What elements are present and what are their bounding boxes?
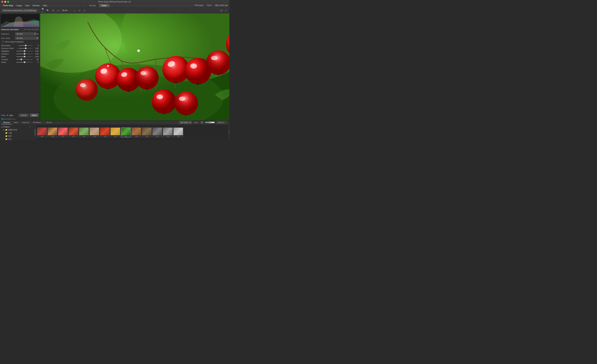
contrast-track[interactable] [16, 59, 33, 60]
cancel-button[interactable]: Cancel [19, 114, 29, 117]
menu-photo-ninja[interactable]: Photo Ninja [2, 4, 15, 7]
left-panel: Exposure and detail f/? 7 sec +0.0 ISO? … [0, 13, 40, 120]
thumbnail-13[interactable]: .jpg [173, 128, 183, 137]
slider-shadows: Shadows 0.00 [1, 53, 39, 55]
thumbnail-10[interactable]: .jpg [142, 128, 152, 137]
illumination-value: 0 [33, 45, 39, 46]
svg-point-12 [127, 90, 129, 92]
bottom-panel: Browser Inbox Open [1] Rendered Recent B… [0, 120, 229, 140]
filename-display[interactable]: Fruit-red-currants-berries_5120x2880.jpg [2, 9, 38, 12]
illumination-track[interactable] [19, 45, 33, 46]
tab-browser-bottom[interactable]: Browser [1, 121, 12, 124]
highlights-label: Highlights [1, 50, 16, 52]
exposure-arrow[interactable]: ▶ [37, 33, 39, 35]
thumbnail-8[interactable]: .jpg [121, 128, 131, 137]
thumbnail-9[interactable]: .jpg [131, 128, 141, 137]
sort-select[interactable]: By name [179, 121, 192, 124]
options-button[interactable]: Options... [216, 121, 227, 124]
layout-icon[interactable]: ⊡ [220, 9, 223, 12]
detail-value: 0 [33, 61, 39, 63]
thumbnail-strip[interactable]: .jpg.jpg.jpg.jpg.jpg.jpg.jpg.jpg.jpg.jpg… [36, 125, 228, 140]
news-link[interactable]: News [207, 4, 212, 7]
thumbnail-7[interactable]: .jpg [110, 128, 120, 137]
menu-window[interactable]: Window [31, 4, 41, 7]
zoom-out-icon[interactable]: 🔍− [47, 9, 50, 12]
shadows-track[interactable] [16, 54, 33, 54]
illumination-icon[interactable]: ↔ [16, 45, 18, 46]
folder-gift[interactable]: 📁 礼礼 [0, 138, 34, 140]
menu-help[interactable]: Help [42, 4, 48, 7]
next-arrow[interactable]: ▶ [11, 114, 13, 116]
folders-add-icon[interactable]: + [32, 126, 33, 128]
thumbnail-4[interactable]: .jpg [79, 128, 89, 137]
sync-button[interactable]: Sync [193, 121, 199, 124]
sync-icon[interactable]: ↻ [200, 121, 204, 124]
exposure-offset-icon[interactable]: ↔ [16, 47, 18, 49]
undo-icon[interactable]: ↩ [78, 9, 81, 12]
messages-link[interactable]: Messages [195, 4, 204, 7]
redo-icon[interactable]: ↪ [83, 9, 86, 12]
scroll-thumb[interactable] [35, 129, 35, 136]
zoom-level: 58.6% [61, 9, 69, 12]
folder-city[interactable]: 📁 城市 [0, 135, 34, 138]
thumb-label-7: .jpg [110, 135, 120, 137]
zoom-in-icon[interactable]: 🔍+ [42, 9, 45, 12]
svg-point-32 [185, 114, 187, 116]
tab-editor[interactable]: Editor [99, 4, 109, 7]
show-clipped-checkbox[interactable] [2, 41, 4, 43]
folder-new[interactable]: ▶ 📁 新建文件夹 [0, 128, 34, 131]
menu-image[interactable]: Image [15, 4, 23, 7]
tab-browser[interactable]: Browser [86, 4, 99, 7]
detail-track[interactable] [16, 62, 33, 62]
resize-icon [229, 131, 229, 134]
show-clipped-row[interactable]: Show clipped highlights [1, 41, 39, 43]
nav-icon[interactable]: ⊕ [6, 114, 8, 116]
zoom-fit-icon[interactable]: ⊞ [51, 9, 55, 12]
exposure-offset-track[interactable] [19, 48, 33, 49]
resize-handle[interactable] [228, 125, 229, 140]
thumbnail-5[interactable]: .jpg [89, 128, 99, 137]
maximize-button[interactable] [7, 1, 9, 3]
menu-view[interactable]: View [24, 4, 31, 7]
minimize-button[interactable] [4, 1, 6, 3]
slider-illumination: Illumination ↔ 0 [1, 45, 39, 46]
highlights-track[interactable] [16, 51, 33, 51]
thumbnail-3[interactable]: .jpg [69, 128, 78, 137]
slider-exposure-offset: Exposure offset ↔ 0.00 [1, 47, 39, 49]
exp-comp-select[interactable]: As shot [15, 37, 39, 40]
exposure-offset-value: 0.00 [33, 47, 39, 49]
expand-icon[interactable]: ⤢ [224, 9, 228, 12]
slider-contrast: Contrast -50 [1, 58, 39, 61]
zoom-100-icon[interactable]: 1:1 [56, 9, 60, 12]
tab-open[interactable]: Open [1] [20, 121, 31, 124]
bottom-main: ▶ Folders ☰ + ▶ 📁 新建文件夹 📁 人像 📁 城市 [0, 125, 229, 140]
thumbnail-12[interactable]: .jpg [163, 128, 173, 137]
folders-options-icon[interactable]: ☰ [29, 126, 31, 128]
tab-recent[interactable]: Recent [44, 121, 54, 124]
thumbnail-6[interactable]: .jpg [100, 128, 110, 137]
close-button[interactable] [1, 1, 3, 3]
folder-portraits[interactable]: 📁 人像 [0, 131, 34, 135]
tab-inbox[interactable]: Inbox [12, 121, 20, 124]
add-icon[interactable]: + [73, 9, 76, 12]
black-track[interactable] [16, 56, 33, 57]
help-button[interactable]: Help [1, 114, 5, 116]
thumbnail-2[interactable]: .jpg [58, 128, 68, 137]
svg-point-35 [137, 49, 140, 52]
thumb-label-2: .jpg [58, 135, 68, 137]
prev-arrow[interactable]: ◀ [9, 114, 11, 116]
toolbar-right: ⊡ ⤢ [220, 9, 228, 12]
thumbnail-11[interactable]: .jpg [152, 128, 162, 137]
thumbnail-1[interactable]: .jpg [47, 128, 57, 137]
highlights-value: 0.00 [33, 50, 39, 52]
tab-rendered[interactable]: Rendered [31, 121, 43, 124]
zoom-slider[interactable] [205, 121, 215, 124]
svg-point-14 [140, 71, 146, 75]
exposure-select[interactable]: As shot [15, 32, 37, 36]
sidebar-folders-header[interactable]: ▶ Folders ☰ + [0, 125, 34, 128]
thumbnail-0[interactable]: .jpg [37, 128, 47, 137]
scroll-indicator [34, 125, 36, 140]
slider-highlights: Highlights 0.00 [1, 50, 39, 52]
apply-button[interactable]: Apply [30, 114, 39, 117]
show-clipped-label: Show clipped highlights [5, 41, 24, 43]
